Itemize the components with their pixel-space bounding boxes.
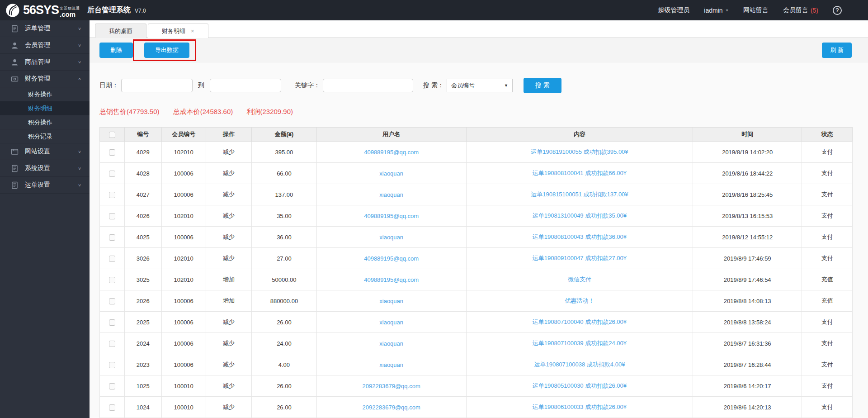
row-checkbox[interactable] — [109, 341, 115, 347]
row-checkbox[interactable] — [109, 362, 115, 368]
row-checkbox-cell — [100, 248, 125, 269]
sidebar-item[interactable]: 网站设置∨ — [0, 143, 90, 160]
help-icon[interactable]: ? — [833, 6, 842, 15]
row-content-link[interactable]: 运单190807100038 成功扣款4.00¥ — [466, 354, 693, 375]
summary-row: 总销售价(47793.50) 总成本价(24583.60) 利润(23209.9… — [99, 108, 853, 116]
row-content-link[interactable]: 优惠活动！ — [466, 290, 693, 312]
row-username-link[interactable]: 409889195@qq.com — [316, 248, 466, 269]
row-id: 3026 — [124, 248, 161, 269]
row-checkbox[interactable] — [109, 383, 115, 390]
row-username-link[interactable]: 2092283679@qq.com — [316, 375, 466, 397]
date-to-input[interactable] — [210, 79, 281, 92]
row-member-id: 100006 — [161, 333, 206, 354]
sidebar-subitem[interactable]: 财务操作 — [0, 87, 90, 101]
row-username-link[interactable]: 2092283679@qq.com — [316, 397, 466, 418]
row-checkbox[interactable] — [109, 213, 115, 219]
sidebar-item-label: 会员管理 — [25, 41, 78, 49]
row-id: 4027 — [124, 184, 161, 205]
user-menu[interactable]: iadmin ∨ — [704, 7, 729, 14]
row-content-link[interactable]: 运单190806100033 成功扣款26.00¥ — [466, 397, 693, 418]
keyword-input[interactable] — [323, 79, 413, 92]
row-status: 支付 — [802, 163, 853, 184]
logo-tagline: 全景物流通 — [60, 7, 80, 10]
table-row: 4026102010减少35.00409889195@qq.com运单19081… — [100, 205, 853, 227]
col-member-id: 会员编号 — [161, 128, 206, 142]
total-cost-label: 总成本价(24583.60) — [173, 108, 233, 115]
row-checkbox[interactable] — [109, 234, 115, 241]
row-content-link[interactable]: 微信支付 — [466, 269, 693, 290]
col-op: 操作 — [206, 128, 252, 142]
row-member-id: 100006 — [161, 227, 206, 248]
row-checkbox[interactable] — [109, 171, 115, 177]
sidebar-item[interactable]: 会员管理∨ — [0, 37, 90, 54]
sidebar-subitem[interactable]: 积分记录 — [0, 129, 90, 143]
keyword-label: 关键字： — [295, 81, 320, 90]
export-data-button[interactable]: 导出数据 — [144, 43, 189, 58]
col-username: 用户名 — [316, 128, 466, 142]
row-checkbox-cell — [100, 184, 125, 205]
member-messages-link[interactable]: 会员留言 (5) — [783, 6, 818, 14]
header-right-nav: 超级管理员 iadmin ∨ 网站留言 会员留言 (5) ? — [643, 6, 868, 15]
row-checkbox[interactable] — [109, 319, 115, 326]
row-checkbox[interactable] — [109, 149, 115, 156]
logo-domain: .com — [60, 11, 80, 18]
sidebar-item[interactable]: 系统设置∨ — [0, 160, 90, 177]
search-button[interactable]: 搜 索 — [524, 78, 561, 93]
sidebar-item[interactable]: 财务管理∧ — [0, 71, 90, 87]
row-amount: 50000.00 — [252, 269, 316, 290]
row-username-link[interactable]: xiaoquan — [316, 163, 466, 184]
date-from-input[interactable] — [121, 79, 193, 92]
row-username-link[interactable]: 409889195@qq.com — [316, 205, 466, 227]
select-all-checkbox[interactable] — [109, 132, 115, 138]
sidebar-item[interactable]: 运单管理∨ — [0, 20, 90, 37]
site-messages-link[interactable]: 网站留言 — [743, 6, 769, 14]
sidebar-subitem[interactable]: 积分操作 — [0, 115, 90, 129]
row-member-id: 100006 — [161, 312, 206, 333]
row-checkbox[interactable] — [109, 404, 115, 411]
row-username-link[interactable]: xiaoquan — [316, 184, 466, 205]
chevron-down-icon: ∨ — [78, 166, 81, 171]
row-username-link[interactable]: xiaoquan — [316, 290, 466, 312]
row-username-link[interactable]: 409889195@qq.com — [316, 142, 466, 163]
refresh-button[interactable]: 刷 新 — [822, 43, 852, 58]
row-username-link[interactable]: 409889195@qq.com — [316, 269, 466, 290]
row-username-link[interactable]: xiaoquan — [316, 354, 466, 375]
row-username-link[interactable]: xiaoquan — [316, 333, 466, 354]
row-checkbox[interactable] — [109, 298, 115, 304]
row-content-link[interactable]: 运单190807100040 成功扣款26.00¥ — [466, 312, 693, 333]
row-content-link[interactable]: 运单190813100049 成功扣款35.00¥ — [466, 205, 693, 227]
row-status: 支付 — [802, 205, 853, 227]
sidebar-item[interactable]: 商品管理∨ — [0, 54, 90, 71]
row-content-link[interactable]: 运单190815100051 成功扣款137.00¥ — [466, 184, 693, 205]
row-time: 2019/8/6 14:20:17 — [693, 375, 802, 397]
sidebar-item[interactable]: 运单设置∨ — [0, 177, 90, 194]
chevron-down-icon: ▼ — [504, 83, 508, 88]
table-row: 3026102010减少27.00409889195@qq.com运单19080… — [100, 248, 853, 269]
delete-button[interactable]: 删除 — [99, 43, 133, 58]
logo-text: 56SYS — [23, 3, 59, 17]
row-op: 减少 — [206, 205, 252, 227]
row-checkbox-cell — [100, 290, 125, 312]
row-content-link[interactable]: 运单190808100043 成功扣款36.00¥ — [466, 227, 693, 248]
row-content-link[interactable]: 运单190819100055 成功扣款395.00¥ — [466, 142, 693, 163]
system-icon — [11, 165, 19, 172]
sidebar-subitem[interactable]: 财务明细 — [0, 101, 90, 115]
row-username-link[interactable]: xiaoquan — [316, 227, 466, 248]
row-id: 1024 — [124, 397, 161, 418]
table-row: 2024100006减少24.00xiaoquan运单190807100039 … — [100, 333, 853, 354]
row-checkbox[interactable] — [109, 256, 115, 262]
row-content-link[interactable]: 运单190809100047 成功扣款27.00¥ — [466, 248, 693, 269]
tab-my-desktop[interactable]: 我的桌面 — [95, 24, 146, 38]
tab-finance-detail[interactable]: 财务明细 × — [148, 24, 208, 38]
row-content-link[interactable]: 运单190807100039 成功扣款24.00¥ — [466, 333, 693, 354]
row-status: 支付 — [802, 142, 853, 163]
row-content-link[interactable]: 运单190805100030 成功扣款26.00¥ — [466, 375, 693, 397]
row-checkbox[interactable] — [109, 192, 115, 198]
close-icon[interactable]: × — [191, 24, 194, 38]
row-amount: 27.00 — [252, 248, 316, 269]
row-content-link[interactable]: 运单190808100041 成功扣款66.00¥ — [466, 163, 693, 184]
search-by-select[interactable]: 会员编号 ▼ — [447, 79, 513, 92]
row-username-link[interactable]: xiaoquan — [316, 312, 466, 333]
row-checkbox-cell — [100, 142, 125, 163]
row-checkbox[interactable] — [109, 277, 115, 283]
